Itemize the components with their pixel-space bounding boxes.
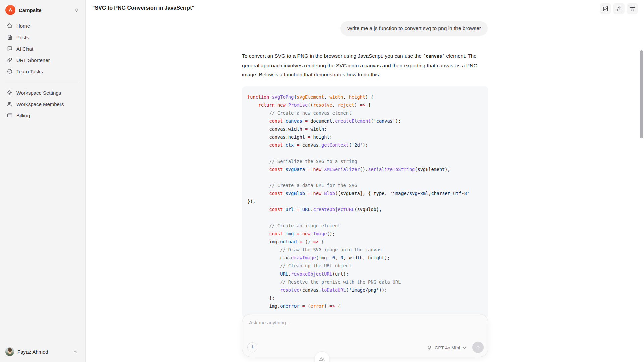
chat-icon xyxy=(7,46,13,52)
sidebar-item-workspace-members[interactable]: Workspace Members xyxy=(5,98,80,110)
sidebar: Campsite Home Posts AI Chat xyxy=(0,0,86,362)
chevron-down-icon xyxy=(462,346,467,350)
sidebar-item-label: Home xyxy=(16,23,30,29)
message-input[interactable] xyxy=(249,320,481,339)
chevron-up-down-icon xyxy=(74,8,79,13)
delete-chat-button[interactable] xyxy=(627,3,638,14)
assistant-message-text: To convert an SVG to a PNG in the browse… xyxy=(242,51,488,79)
sidebar-item-team-tasks[interactable]: Team Tasks xyxy=(5,66,80,77)
sidebar-item-ai-chat[interactable]: AI Chat xyxy=(5,43,80,54)
sidebar-item-label: Posts xyxy=(16,35,29,40)
inline-code: `canvas` xyxy=(423,53,445,59)
mountain-icon xyxy=(318,355,326,362)
upload-icon xyxy=(616,6,622,12)
sidebar-item-workspace-settings[interactable]: Workspace Settings xyxy=(5,87,80,98)
sidebar-item-label: Workspace Members xyxy=(16,101,64,107)
header-actions xyxy=(600,3,638,14)
page-title: "SVG to PNG Conversion in JavaScript" xyxy=(92,5,194,11)
sidebar-item-label: AI Chat xyxy=(16,46,33,52)
tasks-icon xyxy=(7,68,13,74)
edit-icon xyxy=(602,6,609,12)
campsite-logo-icon xyxy=(5,5,15,15)
model-name: GPT-4o Mini xyxy=(435,345,460,350)
sidebar-item-label: Billing xyxy=(16,113,30,118)
link-icon xyxy=(7,57,13,63)
sidebar-divider xyxy=(5,82,80,82)
billing-icon xyxy=(7,112,13,118)
user-name: Fayaz Ahmed xyxy=(17,349,70,355)
model-selector[interactable]: GPT-4o Mini xyxy=(427,345,467,350)
code-content: function svgToPng(svgElement, width, hei… xyxy=(247,93,483,310)
share-button[interactable] xyxy=(613,3,625,14)
sidebar-item-posts[interactable]: Posts xyxy=(5,32,80,43)
gear-icon xyxy=(7,89,13,96)
composer: + GPT-4o Mini xyxy=(242,314,488,357)
send-button[interactable] xyxy=(472,342,484,353)
sidebar-item-billing[interactable]: Billing xyxy=(5,110,80,121)
posts-icon xyxy=(7,34,13,40)
user-message: Write me a js function to convert svg to… xyxy=(340,21,488,36)
scrollbar-thumb[interactable] xyxy=(640,50,643,138)
code-block[interactable]: function svgToPng(svgElement, width, hei… xyxy=(242,86,488,318)
home-icon xyxy=(7,23,13,29)
sidebar-item-url-shortener[interactable]: URL Shortener xyxy=(5,54,80,66)
sidebar-item-label: URL Shortener xyxy=(16,57,50,63)
workspace-name: Campsite xyxy=(19,7,71,13)
main-area: "SVG to PNG Conversion in JavaScript" Wr… xyxy=(86,0,644,362)
edit-title-button[interactable] xyxy=(600,3,611,14)
openai-icon xyxy=(427,345,432,350)
workspace-switcher[interactable]: Campsite xyxy=(5,3,80,17)
chevron-up-icon xyxy=(73,349,78,354)
intro-text-before: To convert an SVG to a PNG in the browse… xyxy=(242,53,423,59)
chat-thread: Write me a js function to convert svg to… xyxy=(242,0,488,318)
sidebar-item-label: Team Tasks xyxy=(16,69,43,74)
sidebar-item-label: Workspace Settings xyxy=(16,90,61,96)
user-menu[interactable]: Fayaz Ahmed xyxy=(5,345,80,358)
members-icon xyxy=(7,101,13,107)
trash-icon xyxy=(629,6,636,12)
send-arrow-icon xyxy=(475,345,481,350)
attach-button[interactable]: + xyxy=(247,342,257,352)
primary-nav: Home Posts AI Chat URL Shortener Te xyxy=(5,20,80,121)
avatar xyxy=(5,347,14,356)
sidebar-item-home[interactable]: Home xyxy=(5,20,80,32)
